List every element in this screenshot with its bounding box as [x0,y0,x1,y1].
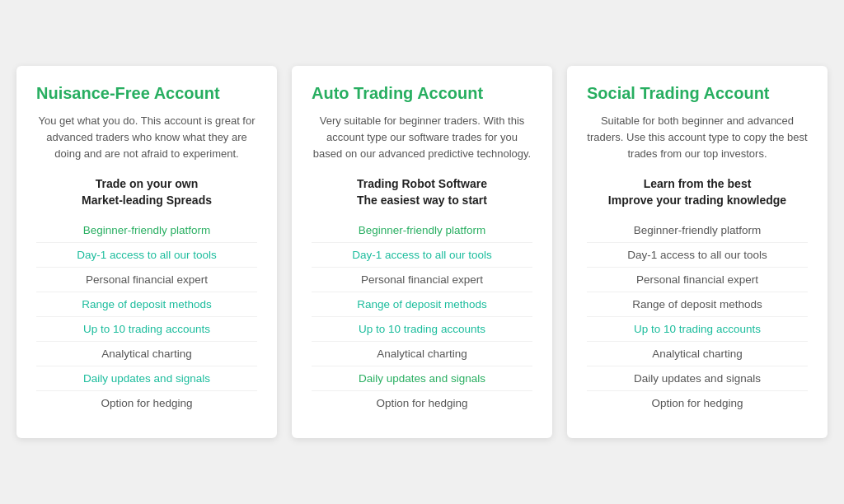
list-item: Beginner-friendly platform [36,218,257,243]
list-item: Option for hedging [36,391,257,415]
list-item: Day-1 access to all our tools [36,243,257,268]
card-description-auto-trading: Very suitable for beginner traders. With… [312,113,532,162]
list-item: Daily updates and signals [312,366,532,391]
list-item: Up to 10 trading accounts [587,317,808,342]
list-item: Personal financial expert [36,268,257,292]
card-description-nuisance-free: You get what you do. This account is gre… [36,113,257,162]
feature-list-nuisance-free: Beginner-friendly platformDay-1 access t… [36,218,257,415]
card-social-trading: Social Trading AccountSuitable for both … [567,66,828,438]
list-item: Day-1 access to all our tools [312,243,532,268]
card-subtitle2-nuisance-free: Market-leading Spreads [36,194,257,207]
feature-list-social-trading: Beginner-friendly platformDay-1 access t… [587,218,808,415]
list-item: Personal financial expert [587,268,808,292]
card-subtitle2-social-trading: Improve your trading knowledge [587,194,808,207]
list-item: Up to 10 trading accounts [312,317,532,342]
list-item: Option for hedging [587,391,808,415]
list-item: Daily updates and signals [587,366,808,391]
list-item: Up to 10 trading accounts [36,317,257,342]
list-item: Beginner-friendly platform [312,218,532,243]
card-subtitle2-auto-trading: The easiest way to start [312,194,532,207]
card-title-social-trading: Social Trading Account [587,84,808,103]
list-item: Analytical charting [312,342,532,366]
list-item: Range of deposit methods [587,292,808,317]
list-item: Daily updates and signals [36,366,257,391]
list-item: Beginner-friendly platform [587,218,808,243]
card-description-social-trading: Suitable for both beginner and advanced … [587,113,808,162]
feature-list-auto-trading: Beginner-friendly platformDay-1 access t… [312,218,532,415]
list-item: Day-1 access to all our tools [587,243,808,268]
card-subtitle1-social-trading: Learn from the best [587,177,808,190]
card-subtitle1-nuisance-free: Trade on your own [36,177,257,190]
card-subtitle1-auto-trading: Trading Robot Software [312,177,532,190]
card-auto-trading: Auto Trading AccountVery suitable for be… [292,66,552,438]
list-item: Analytical charting [36,342,257,366]
card-nuisance-free: Nuisance-Free AccountYou get what you do… [16,66,277,438]
list-item: Option for hedging [312,391,532,415]
cards-container: Nuisance-Free AccountYou get what you do… [16,66,828,438]
list-item: Range of deposit methods [36,292,257,317]
list-item: Analytical charting [587,342,808,366]
card-title-auto-trading: Auto Trading Account [312,84,532,103]
list-item: Personal financial expert [312,268,532,292]
list-item: Range of deposit methods [312,292,532,317]
card-title-nuisance-free: Nuisance-Free Account [36,84,257,103]
